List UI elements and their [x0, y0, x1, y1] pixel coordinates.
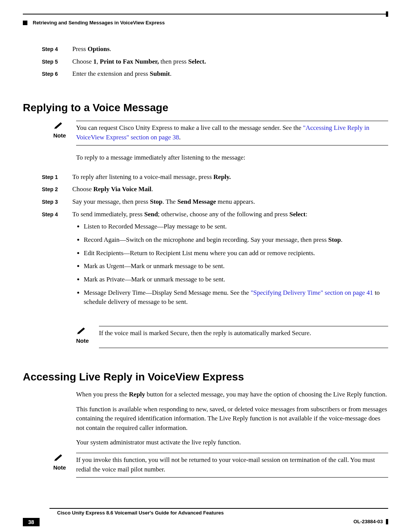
- note-body: If the voice mail is marked Secure, then…: [99, 326, 388, 345]
- step-text: Press Options.: [72, 45, 388, 54]
- footer-end-marker: [386, 519, 388, 524]
- chapter-title: Retrieving and Sending Messages in Voice…: [33, 20, 165, 26]
- step-label: Step 5: [42, 57, 72, 67]
- bullet-list: Listen to Recorded Message—Play message …: [84, 222, 388, 307]
- step-label: Step 4: [42, 45, 72, 54]
- step-text: To reply after listening to a voice-mail…: [72, 173, 388, 182]
- link-specifying-delivery-time[interactable]: "Specifying Delivery Time" section on pa…: [251, 289, 373, 296]
- header-marker: [23, 21, 27, 25]
- top-steps-block: Step 4 Press Options. Step 5 Choose 1, P…: [42, 45, 388, 79]
- pencil-icon: [76, 326, 87, 336]
- list-item: Record Again—Switch on the microphone an…: [84, 235, 388, 245]
- step-text: Say your message, then press Stop. The S…: [72, 197, 388, 207]
- list-item: Edit Recipients—Return to Recipient List…: [84, 249, 388, 258]
- reply-steps-block: Step 1 To reply after listening to a voi…: [42, 173, 388, 311]
- doc-id: OL-23884-03: [354, 519, 383, 524]
- note-label: Note: [53, 464, 66, 471]
- list-item: Mark as Urgent—Mark or unmark message to…: [84, 262, 388, 271]
- intro-text: To reply to a message immediately after …: [76, 153, 388, 163]
- body-paragraph: Your system administrator must activate …: [76, 438, 388, 447]
- body-paragraph: This function is available when respondi…: [76, 405, 388, 433]
- footer: Cisco Unity Express 8.6 Voicemail User's…: [23, 508, 388, 526]
- step-label: Step 2: [42, 185, 72, 194]
- step-text: To send immediately, press Send; otherwi…: [72, 210, 388, 311]
- step-text: Choose 1, Print to Fax Number, then pres…: [72, 57, 388, 67]
- section-heading-accessing: Accessing Live Reply in VoiceView Expres…: [23, 371, 388, 383]
- page-number: 38: [23, 518, 40, 526]
- note-label: Note: [53, 132, 66, 139]
- note-body: You can request Cisco Unity Express to m…: [76, 121, 388, 142]
- step-label: Step 4: [42, 210, 72, 311]
- note-body: If you invoke this function, you will no…: [76, 453, 388, 474]
- step-label: Step 3: [42, 197, 72, 207]
- list-item: Listen to Recorded Message—Play message …: [84, 222, 388, 232]
- list-item: Mark as Private—Mark or unmark message t…: [84, 275, 388, 284]
- list-item: Message Delivery Time—Display Send Messa…: [84, 288, 388, 307]
- note-label: Note: [76, 337, 89, 344]
- pencil-icon: [53, 453, 64, 463]
- body-paragraph: When you press the Reply button for a se…: [76, 390, 388, 399]
- section-heading-replying: Replying to a Voice Message: [23, 102, 388, 114]
- step-text: Enter the extension and press Submit.: [72, 69, 388, 79]
- footer-title: Cisco Unity Express 8.6 Voicemail User's…: [57, 510, 224, 516]
- step-text: Choose Reply Via Voice Mail.: [72, 185, 388, 194]
- step-label: Step 1: [42, 173, 72, 182]
- step-label: Step 6: [42, 69, 72, 79]
- pencil-icon: [53, 121, 64, 131]
